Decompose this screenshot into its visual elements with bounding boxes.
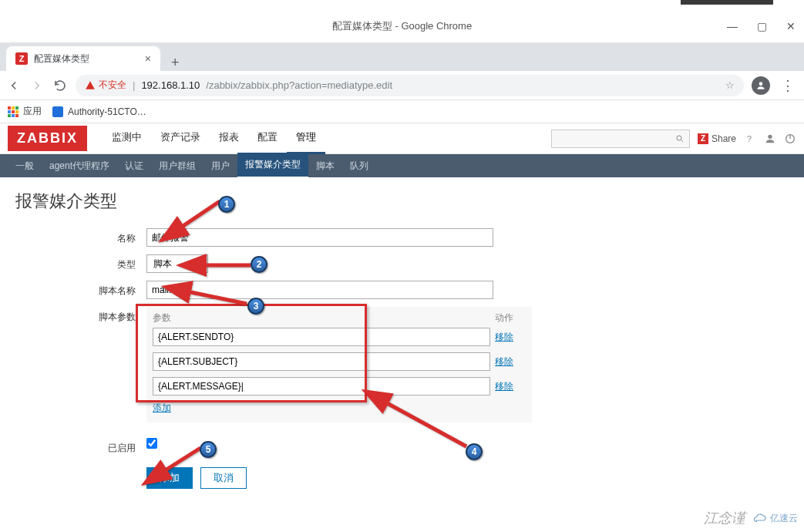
select-type[interactable]: 脚本: [146, 254, 208, 273]
watermark: 江念谨 亿速云: [698, 504, 804, 532]
profile-avatar[interactable]: [752, 76, 770, 95]
param-remove-1[interactable]: 移除: [495, 355, 526, 369]
forward-button[interactable]: [29, 78, 45, 93]
submit-button[interactable]: 添加: [146, 467, 193, 489]
url-path: /zabbix/zabbix.php?action=mediatype.edit: [206, 79, 392, 91]
insecure-badge: 不安全: [85, 79, 126, 92]
cloud-icon: [753, 511, 767, 525]
apps-label: 应用: [23, 105, 42, 118]
url-separator: |: [133, 79, 135, 91]
share-badge-icon: Z: [698, 133, 708, 144]
browser-tab[interactable]: Z 配置媒体类型 ×: [6, 46, 160, 71]
zabbix-search[interactable]: [551, 130, 690, 148]
window-titlebar: 配置媒体类型 - Google Chrome — ▢ ✕: [0, 9, 804, 43]
window-top-edge: [0, 0, 804, 9]
param-input-2[interactable]: [153, 377, 490, 396]
annotation-badge-5: 5: [200, 441, 217, 458]
input-script-name[interactable]: [146, 281, 493, 299]
browser-tabstrip: Z 配置媒体类型 × +: [0, 43, 804, 71]
annotation-badge-2: 2: [251, 256, 267, 273]
window-top-accent: [681, 0, 773, 5]
bookmark-star-icon[interactable]: ☆: [725, 79, 735, 91]
bookmark-favicon: [52, 106, 63, 117]
watermark-text: 江念谨: [704, 509, 745, 527]
label-script-params: 脚本参数: [15, 307, 146, 324]
url-host: 192.168.1.10: [141, 79, 200, 91]
param-input-0[interactable]: [153, 328, 490, 346]
window-minimize-icon[interactable]: —: [725, 20, 739, 32]
watermark-brand-label: 亿速云: [770, 512, 798, 525]
user-icon[interactable]: [764, 133, 776, 145]
zabbix-header: ZABBIX 监测中 资产记录 报表 配置 管理 ZShare ?: [0, 123, 804, 154]
insecure-label: 不安全: [99, 79, 126, 92]
menu-configuration[interactable]: 配置: [248, 123, 287, 154]
share-link[interactable]: ZShare: [698, 133, 736, 144]
param-row: 移除: [153, 328, 526, 346]
zabbix-submenu: 一般 agent代理程序 认证 用户群组 用户 报警媒介类型 脚本 队列: [0, 154, 804, 177]
submenu-queue[interactable]: 队列: [342, 154, 376, 178]
param-input-1[interactable]: [153, 352, 490, 371]
annotation-badge-3: 3: [247, 298, 264, 315]
watermark-logo: 亿速云: [753, 511, 798, 525]
submenu-proxies[interactable]: agent代理程序: [42, 154, 117, 178]
menu-reports[interactable]: 报表: [210, 123, 248, 154]
input-name[interactable]: [146, 228, 493, 247]
annotation-badge-1: 1: [218, 196, 235, 213]
param-remove-0[interactable]: 移除: [495, 331, 526, 344]
label-script-name: 脚本名称: [15, 281, 146, 298]
params-box: 参数 动作 移除 移除 移除 添加: [146, 307, 532, 423]
zabbix-logo[interactable]: ZABBIX: [8, 126, 87, 151]
menu-administration[interactable]: 管理: [287, 123, 325, 154]
tab-favicon: Z: [15, 52, 28, 65]
label-name: 名称: [15, 228, 146, 245]
svg-text:?: ?: [747, 134, 752, 143]
tab-title: 配置媒体类型: [34, 52, 139, 66]
cancel-button[interactable]: 取消: [200, 467, 247, 489]
menu-inventory[interactable]: 资产记录: [151, 123, 210, 154]
bookmark-item[interactable]: Authority-51CTO…: [52, 106, 146, 117]
reload-button[interactable]: [52, 78, 68, 93]
back-button[interactable]: [6, 78, 22, 93]
window-title: 配置媒体类型 - Google Chrome: [332, 19, 472, 33]
window-close-icon[interactable]: ✕: [784, 20, 798, 32]
browser-toolbar: 不安全 | 192.168.1.10/zabbix/zabbix.php?act…: [0, 71, 804, 100]
search-icon: [675, 134, 685, 143]
page-title: 报警媒介类型: [0, 177, 804, 221]
params-header-action: 动作: [495, 311, 526, 325]
param-row: 移除: [153, 352, 526, 371]
tab-close-icon[interactable]: ×: [145, 52, 151, 65]
submenu-usergroups[interactable]: 用户群组: [151, 154, 204, 178]
chrome-menu-icon[interactable]: ⋮: [778, 77, 798, 94]
bookmark-label: Authority-51CTO…: [68, 106, 146, 117]
checkbox-enabled[interactable]: [146, 438, 157, 449]
address-bar[interactable]: 不安全 | 192.168.1.10/zabbix/zabbix.php?act…: [76, 75, 744, 96]
annotation-badge-4: 4: [466, 443, 483, 460]
share-label: Share: [711, 133, 736, 144]
svg-point-0: [759, 82, 763, 86]
window-maximize-icon[interactable]: ▢: [755, 20, 769, 32]
param-add-link[interactable]: 添加: [153, 402, 171, 413]
submenu-mediatypes[interactable]: 报警媒介类型: [237, 153, 308, 179]
zabbix-main-menu: 监测中 资产记录 报表 配置 管理: [103, 123, 325, 154]
apps-grid-icon: [8, 106, 19, 117]
svg-point-1: [677, 136, 681, 140]
submenu-scripts[interactable]: 脚本: [308, 154, 342, 178]
apps-shortcut[interactable]: 应用: [8, 105, 42, 118]
param-row: 移除: [153, 377, 526, 396]
label-type: 类型: [15, 254, 146, 271]
bookmarks-bar: 应用 Authority-51CTO…: [0, 100, 804, 123]
power-icon[interactable]: [784, 133, 796, 145]
label-enabled: 已启用: [15, 438, 146, 455]
param-remove-2[interactable]: 移除: [495, 380, 526, 393]
submenu-general[interactable]: 一般: [8, 154, 42, 178]
help-icon[interactable]: ?: [744, 133, 756, 145]
menu-monitoring[interactable]: 监测中: [103, 123, 151, 154]
svg-point-3: [768, 134, 772, 138]
submenu-auth[interactable]: 认证: [117, 154, 151, 178]
new-tab-button[interactable]: +: [160, 55, 190, 71]
params-header-param: 参数: [153, 311, 495, 325]
submenu-users[interactable]: 用户: [204, 154, 237, 178]
form-area: 名称 类型 脚本 脚本名称 脚本参数 参数 动作 移除: [0, 221, 804, 504]
